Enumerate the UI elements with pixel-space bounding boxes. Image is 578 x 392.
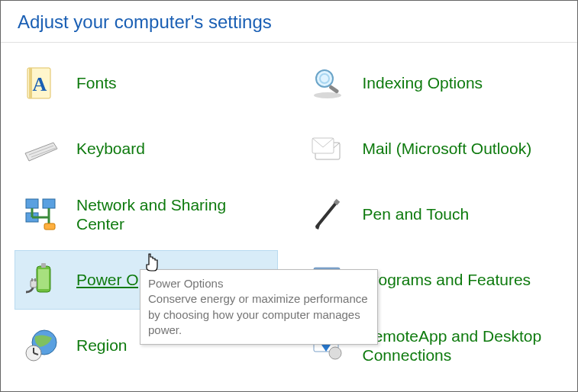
item-fonts[interactable]: A Fonts xyxy=(15,53,278,113)
network-icon xyxy=(23,196,60,233)
tooltip-body: Conserve energy or maximize performance … xyxy=(148,292,368,336)
svg-rect-17 xyxy=(44,223,55,230)
svg-point-2 xyxy=(314,92,341,98)
item-label: Indexing Options xyxy=(363,73,483,92)
svg-rect-22 xyxy=(41,263,46,268)
item-mail[interactable]: Mail (Microsoft Outlook) xyxy=(301,119,564,178)
item-indexing-options[interactable]: Indexing Options xyxy=(301,53,564,113)
item-label: Programs and Features xyxy=(363,270,531,289)
magnifier-icon xyxy=(309,65,346,101)
svg-rect-12 xyxy=(43,199,55,208)
item-label: Keyboard xyxy=(76,139,145,158)
svg-rect-23 xyxy=(38,269,49,289)
svg-rect-11 xyxy=(26,199,38,208)
tooltip: Power Options Conserve energy or maximiz… xyxy=(140,269,378,345)
item-label: Network and Sharing Center xyxy=(76,195,270,233)
svg-point-39 xyxy=(329,347,341,359)
tooltip-title: Power Options xyxy=(148,276,370,291)
svg-line-18 xyxy=(317,202,337,227)
item-pen-touch[interactable]: Pen and Touch xyxy=(301,185,564,244)
mail-icon xyxy=(309,130,346,167)
page-title: Adjust your computer's settings xyxy=(1,1,577,42)
item-label: Region xyxy=(76,336,128,355)
item-speech-recognition[interactable]: Speech Recognition xyxy=(301,381,564,392)
item-label: Pen and Touch xyxy=(363,204,470,223)
item-label: RemoteApp and Desktop Connections xyxy=(363,326,556,365)
pen-icon xyxy=(309,196,346,233)
fonts-icon: A xyxy=(23,65,60,101)
item-sound[interactable]: Sound xyxy=(15,381,278,392)
item-label: Mail (Microsoft Outlook) xyxy=(363,139,532,158)
item-keyboard[interactable]: Keyboard xyxy=(15,119,278,178)
svg-text:A: A xyxy=(33,73,47,95)
battery-plug-icon xyxy=(23,262,60,298)
item-label: Fonts xyxy=(76,73,117,92)
divider xyxy=(1,42,577,43)
globe-clock-icon xyxy=(23,327,60,364)
keyboard-icon xyxy=(23,130,60,167)
control-panel-window: Adjust your computer's settings A Fonts xyxy=(0,0,578,392)
svg-point-3 xyxy=(316,70,333,87)
item-network-sharing[interactable]: Network and Sharing Center xyxy=(15,185,278,244)
svg-marker-6 xyxy=(25,143,57,161)
